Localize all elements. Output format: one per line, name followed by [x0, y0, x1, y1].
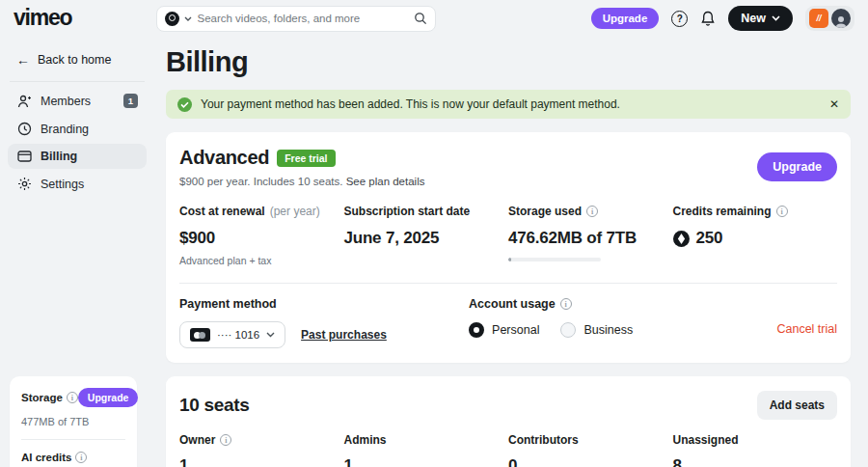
storage-upgrade-button[interactable]: Upgrade [78, 388, 139, 407]
see-plan-details-link[interactable]: See plan details [346, 176, 425, 187]
storage-usage-text: 477MB of 7TB [21, 416, 125, 427]
members-icon [16, 95, 32, 108]
stat-subtext: Advanced plan + tax [179, 255, 344, 266]
chevron-down-icon [772, 15, 780, 21]
seat-col-owner: Owner i 1 [179, 433, 344, 467]
alert-message: Your payment method has been added. This… [201, 97, 620, 111]
search-bar[interactable] [156, 6, 436, 32]
stat-value: $900 [179, 229, 344, 248]
stat-credits-remaining: Credits remaining i 250 [673, 205, 838, 266]
stat-cost-at-renewal: Cost at renewal (per year) $900 Advanced… [179, 205, 344, 266]
card-divider [179, 283, 837, 284]
bell-icon [700, 11, 716, 27]
team-avatar[interactable]: // [809, 9, 828, 28]
back-to-home-label: Back to home [38, 53, 111, 67]
sidebar-item-members[interactable]: Members 1 [8, 88, 147, 114]
stat-subscription-start: Subscription start date June 7, 2025 [344, 205, 509, 266]
billing-card-icon [16, 151, 32, 162]
cancel-trial-link[interactable]: Cancel trial [776, 322, 837, 336]
account-usage-section: Account usage i Personal Business [469, 297, 776, 338]
plan-upgrade-button[interactable]: Upgrade [757, 152, 837, 181]
stat-value: 250 [696, 229, 723, 248]
stat-label: Cost at renewal [179, 205, 265, 218]
header-upgrade-button[interactable]: Upgrade [591, 8, 660, 29]
free-trial-badge: Free trial [277, 150, 335, 167]
main-content: Billing Your payment method has been add… [154, 37, 868, 467]
search-input[interactable] [197, 13, 409, 24]
past-purchases-link[interactable]: Past purchases [301, 328, 387, 342]
seat-value: 1 [344, 456, 509, 467]
stat-label: Subscription start date [344, 205, 471, 218]
sidebar-item-branding[interactable]: Branding [8, 116, 147, 142]
seat-value: 8 [673, 456, 838, 467]
storage-progress-bar [508, 258, 601, 261]
sidebar-item-label: Billing [41, 150, 77, 163]
sidebar-divider [10, 81, 145, 82]
check-circle-icon [177, 97, 192, 112]
plan-subtitle: $900 per year. Includes 10 seats. [179, 176, 342, 187]
search-icon[interactable] [414, 12, 427, 25]
chevron-down-icon[interactable] [184, 16, 192, 21]
plan-card: Advanced Free trial $900 per year. Inclu… [166, 132, 851, 363]
sidebar-item-label: Settings [41, 178, 84, 191]
seat-label: Admins [344, 433, 387, 447]
add-seats-button[interactable]: Add seats [757, 391, 837, 420]
account-switcher[interactable]: // [805, 6, 854, 31]
page-title: Billing [166, 46, 851, 78]
help-button[interactable]: ? [671, 11, 688, 27]
radio-label: Personal [492, 323, 539, 337]
payment-card-select[interactable]: ···· 1016 [179, 321, 285, 348]
search-scope-icon[interactable] [165, 12, 179, 26]
sidebar-item-billing[interactable]: Billing [8, 144, 147, 169]
stat-label: Credits remaining [673, 205, 772, 218]
seat-col-admins: Admins 1 [344, 433, 509, 467]
info-icon[interactable]: i [220, 434, 231, 446]
sidebar-item-label: Branding [41, 123, 89, 136]
seat-col-contributors: Contributors 0 [508, 433, 673, 467]
user-avatar[interactable] [831, 9, 851, 28]
gear-icon [16, 177, 32, 191]
notifications-button[interactable] [700, 11, 716, 27]
new-button[interactable]: New [728, 6, 793, 31]
close-icon: ✕ [829, 97, 839, 111]
credits-icon [673, 231, 690, 247]
back-arrow-icon: ← [16, 52, 30, 68]
chevron-down-icon [266, 332, 275, 338]
seat-col-unassigned: Unassigned 8 [673, 433, 838, 467]
account-usage-label: Account usage [469, 297, 556, 311]
seat-label: Unassigned [673, 433, 739, 447]
radio-business[interactable]: Business [560, 322, 633, 338]
info-icon[interactable]: i [586, 206, 598, 217]
radio-label: Business [583, 323, 633, 337]
sidebar-item-label: Members [41, 95, 91, 108]
success-alert: Your payment method has been added. This… [166, 90, 851, 119]
sidebar-item-settings[interactable]: Settings [8, 171, 147, 197]
vimeo-logo[interactable]: vimeo [14, 5, 71, 31]
radio-personal[interactable]: Personal [469, 322, 539, 338]
info-icon[interactable]: i [560, 298, 572, 310]
storage-title: Storage [21, 392, 63, 403]
radio-unselected-icon [560, 322, 576, 338]
stat-value: 476.62MB of 7TB [508, 229, 673, 248]
back-to-home-link[interactable]: ← Back to home [0, 46, 154, 73]
info-icon[interactable]: i [776, 206, 788, 217]
seat-value: 1 [179, 456, 344, 467]
members-count-badge: 1 [123, 94, 138, 108]
info-icon[interactable]: i [75, 452, 87, 463]
branding-icon [16, 122, 32, 136]
seats-title: 10 seats [179, 395, 250, 416]
sidebar: ← Back to home Members 1 Branding Billin… [0, 37, 154, 467]
payment-method-section: Payment method ···· 1016 Past purchases [179, 297, 469, 348]
stat-value: June 7, 2025 [344, 229, 509, 248]
card-last4: ···· 1016 [217, 329, 259, 341]
plan-name: Advanced [179, 147, 269, 169]
stat-label-suffix: (per year) [270, 205, 320, 218]
seats-card: 10 seats Add seats Owner i 1 Admins 1 Co… [166, 376, 851, 467]
seat-label: Owner [179, 433, 215, 447]
info-icon[interactable]: i [67, 392, 78, 403]
radio-selected-icon [469, 322, 484, 338]
alert-close-button[interactable]: ✕ [829, 97, 839, 111]
new-button-label: New [741, 12, 766, 25]
seat-label: Contributors [508, 433, 579, 447]
person-icon [833, 14, 849, 28]
